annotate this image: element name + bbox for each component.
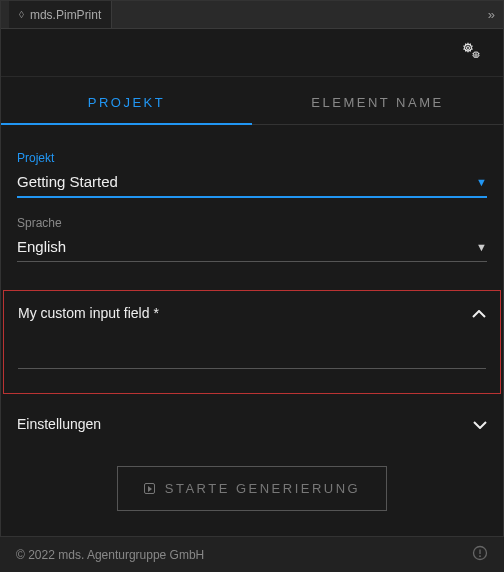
tab-projekt-label: PROJEKT: [88, 95, 165, 110]
language-select[interactable]: English ▼: [17, 234, 487, 262]
panel-title: mds.PimPrint: [30, 8, 101, 22]
custom-field-label: My custom input field *: [18, 305, 159, 321]
expand-arrow-icon[interactable]: »: [488, 7, 495, 22]
custom-field-header[interactable]: My custom input field *: [18, 305, 486, 321]
project-field: Projekt Getting Started ▼: [17, 151, 487, 198]
language-label: Sprache: [17, 216, 487, 230]
settings-label: Einstellungen: [17, 416, 101, 432]
svg-point-1: [475, 53, 477, 55]
generate-button-label: STARTE GENERIERUNG: [165, 481, 360, 496]
chevron-up-icon: [472, 306, 486, 321]
tab-projekt[interactable]: PROJEKT: [1, 77, 252, 124]
footer: © 2022 mds. Agenturgruppe GmbH: [0, 536, 504, 572]
title-bar: ◊ mds.PimPrint »: [1, 1, 503, 29]
custom-field-highlight: My custom input field *: [3, 290, 501, 394]
tab-element-label: ELEMENT NAME: [311, 95, 443, 110]
tab-element-name[interactable]: ELEMENT NAME: [252, 77, 503, 124]
settings-gear-icon[interactable]: [461, 41, 483, 65]
dropdown-caret-icon: ▼: [476, 241, 487, 253]
panel-tab[interactable]: ◊ mds.PimPrint: [9, 1, 112, 28]
project-value: Getting Started: [17, 173, 118, 190]
generate-button-wrap: STARTE GENERIERUNG: [17, 466, 487, 511]
drag-handle-icon: ◊: [19, 9, 24, 20]
language-field: Sprache English ▼: [17, 216, 487, 262]
tab-bar: PROJEKT ELEMENT NAME: [1, 77, 503, 125]
alert-clock-icon[interactable]: [472, 545, 488, 564]
copyright-text: © 2022 mds. Agenturgruppe GmbH: [16, 548, 204, 562]
custom-input[interactable]: [18, 341, 486, 369]
language-value: English: [17, 238, 66, 255]
project-select[interactable]: Getting Started ▼: [17, 169, 487, 198]
settings-accordion[interactable]: Einstellungen: [17, 398, 487, 440]
start-generation-button[interactable]: STARTE GENERIERUNG: [117, 466, 387, 511]
dropdown-caret-icon: ▼: [476, 176, 487, 188]
svg-point-4: [479, 555, 481, 557]
project-label: Projekt: [17, 151, 487, 165]
chevron-down-icon: [473, 417, 487, 432]
svg-point-0: [467, 46, 470, 49]
play-icon: [144, 483, 155, 494]
content-area: Projekt Getting Started ▼ Sprache Englis…: [1, 125, 503, 527]
toolbar: [1, 29, 503, 77]
